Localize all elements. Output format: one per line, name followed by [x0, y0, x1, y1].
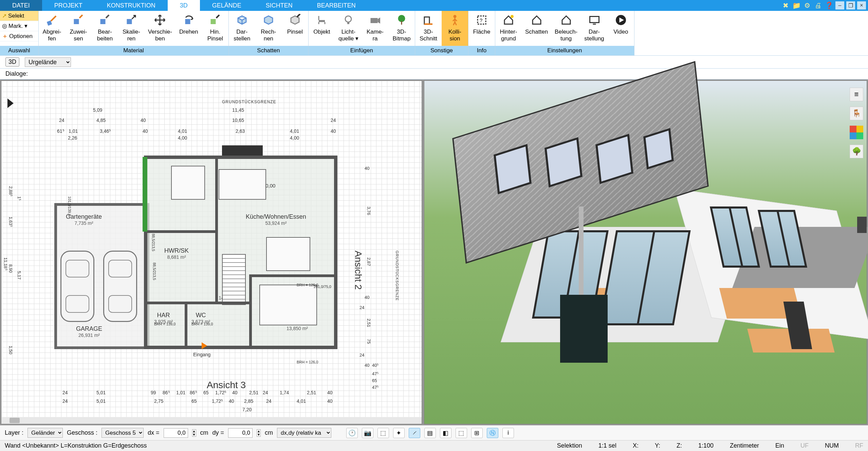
btn-lichtquelle[interactable]: Licht-quelle ▾ [335, 11, 362, 46]
coord-mode-select[interactable]: dx,dy (relativ ka [277, 428, 331, 438]
svg-rect-16 [590, 17, 599, 23]
dim: 1,72⁵ [215, 390, 226, 395]
restore-button[interactable]: ❐ [846, 1, 855, 10]
menu-projekt[interactable]: PROJEKT [42, 0, 95, 11]
geschoss-select[interactable]: Geschoss 5 [101, 428, 144, 438]
dim: 2,85 [244, 398, 253, 404]
target-icon: ◎ [2, 22, 7, 30]
colors-tool[interactable] [850, 126, 863, 139]
dim: 4,00 [178, 135, 187, 141]
expand-panel-handle[interactable] [7, 98, 14, 108]
mark-mode-button[interactable]: ◎ Mark.▾ [0, 21, 38, 31]
btn-hinpinsel[interactable]: Hin.Pinsel [202, 11, 228, 46]
minimize-button[interactable]: – [835, 1, 844, 10]
select-mode-button[interactable]: ➚ Selekt [0, 11, 38, 21]
brh: BRH = 126,0 [297, 360, 318, 364]
btn-objekt[interactable]: Objekt [309, 11, 335, 46]
dim: 2,51 [249, 390, 258, 395]
dx-unit: cm [200, 429, 208, 436]
svg-point-10 [398, 15, 405, 22]
north-button[interactable]: Ⓝ [487, 428, 498, 438]
svg-rect-9 [370, 18, 377, 23]
brh: BRH = 139,0 [191, 322, 213, 326]
menu-3d[interactable]: 3D [168, 0, 200, 11]
wireframe-button[interactable]: ⬚ [456, 428, 467, 438]
tool-icon[interactable]: ✖ [781, 1, 790, 10]
ribbon-group-material: Abgrei-fen Zuwei-sen Bear-beiten Skalie-… [39, 11, 229, 55]
ortho-button[interactable]: ⟋ [409, 428, 420, 438]
scroll-thumb[interactable] [10, 418, 20, 423]
snap-button[interactable]: ✦ [393, 428, 405, 438]
btn-skalieren[interactable]: Skalie-ren [118, 11, 145, 46]
menubar: DATEI PROJEKT KONSTRUKTION 3D GELÄNDE SI… [0, 0, 868, 11]
dim: 5,17 [17, 271, 22, 279]
note: 251,0/75,0 [314, 285, 331, 289]
house-3d-model [438, 84, 853, 420]
btn-kollision[interactable]: Kolli-sion [442, 11, 468, 46]
print-icon[interactable]: 🖨 [814, 1, 823, 10]
menu-sichten[interactable]: SICHTEN [254, 0, 305, 11]
menu-gelaende[interactable]: GELÄNDE [200, 0, 254, 11]
menu-datei[interactable]: DATEI [0, 0, 42, 11]
camera-button[interactable]: 📷 [362, 428, 373, 438]
btn-video[interactable]: Video [608, 11, 634, 46]
3d-view[interactable]: ≡ 🪑 🌳 [424, 80, 867, 425]
dim: 7,20 [242, 407, 252, 412]
btn-darstellung[interactable]: Dar-stellung [581, 11, 608, 46]
btn-hintergrund[interactable]: Hinter-grund [495, 11, 522, 46]
btn-abgreifen[interactable]: Abgrei-fen [39, 11, 65, 46]
btn-schatten2[interactable]: Schatten [522, 11, 551, 46]
folder-icon[interactable]: 📁 [792, 1, 801, 10]
dim: 61⁵ [57, 128, 64, 134]
floorplan: Gartengeräte7,735 m² GARAGE26,931 m² HWR… [56, 159, 337, 349]
dy-input[interactable] [228, 428, 253, 438]
house-shadow-icon [530, 13, 544, 27]
grid-button[interactable]: ⊞ [471, 428, 483, 438]
settings-icon[interactable]: ⚙ [803, 1, 812, 10]
btn-flaeche[interactable]: ?Fläche [468, 11, 495, 46]
dim: 2,87 [366, 257, 371, 266]
dim: 1,72⁵ [212, 398, 223, 404]
layer-select[interactable]: Geländer [27, 428, 63, 438]
dx-spinner[interactable]: ▲▼ [192, 429, 196, 437]
btn-verschieben[interactable]: Verschie-ben [145, 11, 176, 46]
layers-tool[interactable]: ≡ [850, 88, 863, 101]
menu-bearbeiten[interactable]: BEARBEITEN [305, 0, 368, 11]
layer-label: Layer : [5, 429, 23, 436]
btn-pinsel[interactable]: Pinsel [282, 11, 308, 46]
dim: 1,01 [176, 390, 185, 395]
side-panel-handle[interactable] [857, 217, 867, 233]
dy-spinner[interactable]: ▲▼ [257, 429, 261, 437]
dim: 65 [203, 390, 209, 395]
menu-konstruktion[interactable]: KONSTRUKTION [95, 0, 168, 11]
btn-drehen[interactable]: Drehen [176, 11, 202, 46]
floorplan-view[interactable]: GRUNDSTÜCKSGRENZE 5,09 11,45 24 4,85 40 … [1, 80, 422, 425]
close-button[interactable]: × [857, 1, 866, 10]
group-button[interactable]: ⬚ [377, 428, 389, 438]
btn-rechnen[interactable]: Rech-nen [255, 11, 282, 46]
clock-button[interactable]: 🕐 [346, 428, 358, 438]
terrain-select[interactable]: Urgelände [25, 57, 71, 67]
dx-input[interactable] [164, 428, 188, 438]
dim: 2,75 [154, 398, 163, 404]
dialog-bar: Dialoge: [0, 69, 868, 79]
btn-darstellen[interactable]: Dar-stellen [229, 11, 255, 46]
layers-button[interactable]: ▤ [424, 428, 436, 438]
btn-zuweisen[interactable]: Zuwei-sen [65, 11, 92, 46]
btn-bearbeiten[interactable]: Bear-beiten [92, 11, 118, 46]
btn-3dbitmap[interactable]: 3D-Bitmap [388, 11, 415, 46]
horizontal-scrollbar[interactable] [1, 417, 422, 424]
btn-3dschnitt[interactable]: 3D-Schnitt [415, 11, 442, 46]
ribbon-group-schatten: Dar-stellen Rech-nen Pinsel Schatten [229, 11, 309, 55]
plant-tool[interactable]: 🌳 [850, 145, 863, 158]
btn-kamera[interactable]: Kame-ra [362, 11, 388, 46]
btn-beleuchtung[interactable]: Beleuch-tung [551, 11, 581, 46]
bed [259, 285, 317, 325]
furniture-tool[interactable]: 🪑 [850, 107, 863, 120]
transparency-button[interactable]: ◧ [440, 428, 451, 438]
dim: 47⁵ [372, 371, 378, 376]
help-icon[interactable]: ❓ [825, 1, 833, 10]
options-button[interactable]: ＋ Optionen [0, 31, 38, 41]
info-button[interactable]: i [502, 428, 514, 438]
dim: 40 [141, 118, 146, 123]
